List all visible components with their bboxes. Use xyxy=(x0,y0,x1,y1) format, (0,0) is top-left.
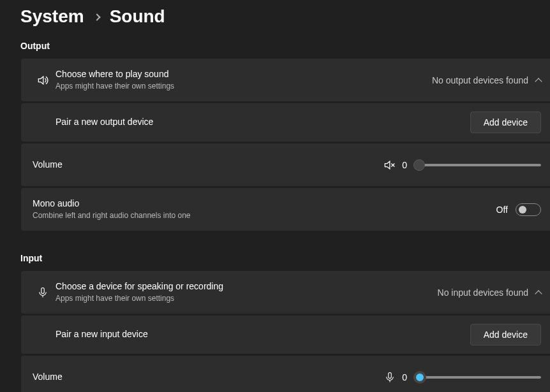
output-volume-value: 0 xyxy=(402,160,407,170)
mono-audio-state: Off xyxy=(496,205,508,215)
output-choose-card[interactable]: Choose where to play sound Apps might ha… xyxy=(21,59,550,101)
chevron-up-icon xyxy=(535,290,542,297)
speaker-muted-icon[interactable] xyxy=(383,159,396,171)
output-pair-label: Pair a new output device xyxy=(56,116,470,129)
mono-audio-toggle[interactable] xyxy=(516,203,541,216)
chevron-up-icon xyxy=(535,78,542,85)
output-choose-title: Choose where to play sound xyxy=(56,68,432,81)
speaker-icon xyxy=(30,74,56,87)
input-volume-value: 0 xyxy=(402,372,407,382)
breadcrumb-current: Sound xyxy=(110,6,165,27)
output-section-header: Output xyxy=(0,41,550,59)
input-choose-card[interactable]: Choose a device for speaking or recordin… xyxy=(21,271,550,314)
output-volume-slider[interactable] xyxy=(413,159,541,171)
output-status-text: No output devices found xyxy=(432,75,528,85)
svg-rect-2 xyxy=(41,287,45,293)
svg-rect-4 xyxy=(389,372,392,378)
input-status-text: No input devices found xyxy=(438,287,528,298)
input-pair-card: Pair a new input device Add device xyxy=(21,316,550,354)
add-output-device-button[interactable]: Add device xyxy=(470,112,541,133)
output-volume-label: Volume xyxy=(33,159,383,171)
input-volume-card: Volume 0 xyxy=(21,356,550,392)
microphone-icon xyxy=(30,286,56,299)
breadcrumb-parent[interactable]: System xyxy=(20,6,84,27)
input-volume-slider[interactable] xyxy=(413,371,541,384)
output-volume-card: Volume 0 xyxy=(21,143,550,186)
output-choose-subtitle: Apps might have their own settings xyxy=(56,80,432,92)
mono-audio-title: Mono audio xyxy=(33,198,496,210)
chevron-right-icon xyxy=(93,13,100,20)
mono-audio-subtitle: Combine left and right audio channels in… xyxy=(33,210,496,221)
input-section-header: Input xyxy=(0,253,550,271)
output-pair-card: Pair a new output device Add device xyxy=(21,103,550,142)
microphone-icon-small[interactable] xyxy=(384,371,396,384)
input-volume-label: Volume xyxy=(33,371,384,384)
mono-audio-card: Mono audio Combine left and right audio … xyxy=(21,188,550,231)
add-input-device-button[interactable]: Add device xyxy=(470,324,541,345)
input-choose-title: Choose a device for speaking or recordin… xyxy=(56,280,438,293)
input-choose-subtitle: Apps might have their own settings xyxy=(56,293,438,304)
input-pair-label: Pair a new input device xyxy=(56,328,470,341)
breadcrumb: System Sound xyxy=(0,0,550,41)
